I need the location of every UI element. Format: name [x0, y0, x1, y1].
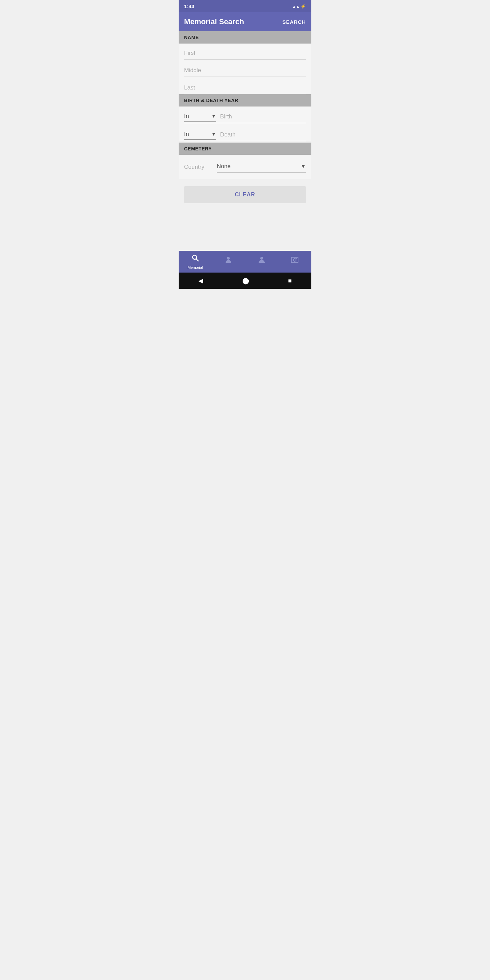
death-dropdown-wrapper: In Before After Between ▼: [184, 129, 216, 140]
clear-section: CLEAR: [179, 179, 311, 210]
content-spacer: [179, 210, 311, 251]
name-field-group: [179, 43, 311, 94]
nav-label-memorial: Memorial: [188, 266, 203, 269]
birth-year-qualifier-select[interactable]: In Before After Between: [184, 111, 211, 121]
app-bar: Memorial Search SEARCH: [179, 12, 311, 31]
last-name-input[interactable]: [184, 83, 306, 92]
battery-icon: ⚡: [301, 4, 306, 9]
name-section-header: NAME: [179, 31, 311, 43]
status-icons: ▴ ▴ ⚡: [293, 4, 306, 9]
android-recents-button[interactable]: ■: [282, 275, 299, 287]
status-time: 1:43: [184, 3, 194, 9]
cemetery-field-group: Country None United States United Kingdo…: [179, 155, 311, 179]
nav-item-person1[interactable]: [212, 256, 245, 267]
status-bar: 1:43 ▴ ▴ ⚡: [179, 0, 311, 12]
content-area: NAME BIRTH & DEATH YEAR In Before After …: [179, 31, 311, 251]
android-nav-bar: ◀ ⬤ ■: [179, 272, 311, 289]
android-home-button[interactable]: ⬤: [235, 274, 256, 287]
country-row: Country None United States United Kingdo…: [184, 159, 306, 174]
death-year-qualifier-select[interactable]: In Before After Between: [184, 129, 211, 138]
svg-point-2: [227, 257, 230, 259]
first-name-field-wrapper: [184, 43, 306, 60]
first-name-input[interactable]: [184, 48, 306, 58]
search-nav-icon: [191, 254, 199, 264]
birth-year-field-wrapper: In Before After Between ▼: [184, 107, 306, 123]
death-year-input[interactable]: [220, 130, 306, 140]
middle-name-field-wrapper: [184, 61, 306, 77]
death-year-field-wrapper: In Before After Between ▼: [184, 124, 306, 141]
birth-dropdown-wrapper: In Before After Between ▼: [184, 111, 216, 121]
birth-dropdown-arrow-icon: ▼: [211, 113, 216, 119]
wifi-icon: ▴: [293, 4, 295, 9]
svg-point-3: [260, 257, 263, 259]
birth-year-input[interactable]: [220, 112, 306, 121]
nav-item-person2[interactable]: [245, 256, 278, 267]
country-select[interactable]: None United States United Kingdom Canada…: [217, 162, 301, 171]
svg-text:!: !: [295, 257, 296, 259]
page-title: Memorial Search: [184, 18, 244, 26]
search-button[interactable]: SEARCH: [282, 19, 306, 25]
nav-item-photo[interactable]: !: [278, 256, 312, 267]
country-dropdown-arrow-icon: ▼: [301, 163, 306, 169]
photo-nav-icon: !: [291, 256, 299, 266]
android-back-button[interactable]: ◀: [192, 274, 210, 287]
death-dropdown-arrow-icon: ▼: [211, 131, 216, 137]
person2-nav-icon: [258, 256, 266, 266]
birth-death-section-header: BIRTH & DEATH YEAR: [179, 94, 311, 107]
person1-nav-icon: [224, 256, 232, 266]
country-select-wrapper: None United States United Kingdom Canada…: [217, 162, 306, 172]
svg-line-1: [196, 259, 198, 261]
last-name-field-wrapper: [184, 78, 306, 94]
signal-icon: ▴: [297, 4, 299, 9]
nav-item-memorial[interactable]: Memorial: [179, 254, 212, 269]
birth-death-field-group: In Before After Between ▼ In Before Afte…: [179, 107, 311, 141]
middle-name-input[interactable]: [184, 66, 306, 75]
bottom-nav: Memorial !: [179, 251, 311, 272]
svg-point-6: [296, 258, 298, 259]
country-label: Country: [184, 164, 211, 170]
clear-button[interactable]: CLEAR: [184, 186, 306, 203]
cemetery-section-header: CEMETERY: [179, 143, 311, 155]
